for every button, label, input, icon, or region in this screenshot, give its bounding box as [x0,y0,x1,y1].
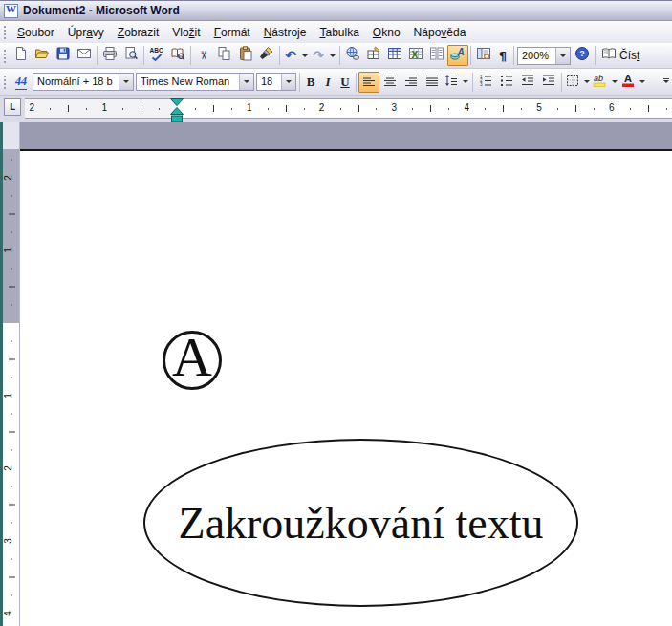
drawing-button[interactable]: A [447,45,468,66]
style-dropdown-button[interactable] [119,74,133,90]
redo-arrow-icon: ↷ [313,49,324,62]
border-dropdown-button[interactable] [581,72,592,93]
bullets-button[interactable] [496,72,517,93]
font-combo[interactable]: Times New Roman [136,73,254,91]
tables-and-borders-button[interactable] [363,45,384,66]
research-button[interactable] [167,45,188,66]
vertical-ruler[interactable]: 211234 [3,122,20,626]
chevron-down-icon [244,80,249,86]
redo-button[interactable]: ↷ [310,45,327,66]
cut-button[interactable]: ✂ [193,45,214,66]
menu-okno[interactable]: Okno [366,23,407,42]
v-ruler-mark [11,523,12,524]
menubar-grip-handle[interactable] [2,24,7,40]
font-color-dropdown-button[interactable] [637,72,647,93]
v-ruler-mark [11,232,12,233]
v-ruler-mark [9,214,15,215]
formatting-toolbar-grip-handle[interactable] [2,74,7,90]
align-right-button[interactable] [401,72,422,93]
word-app-icon[interactable]: W [4,4,18,18]
menu-zobrazit[interactable]: Zobrazit [111,23,165,42]
menu-nastroje[interactable]: Nástroje [257,23,314,42]
svg-text:A: A [457,47,465,57]
open-book-icon [601,46,617,65]
print-button[interactable] [99,45,120,66]
font-dropdown-button[interactable] [239,74,253,90]
menu-upravy[interactable]: Úpravy [61,23,111,42]
toolbar-options-button[interactable] [661,71,672,94]
cut-scissors-icon: ✂ [198,51,209,60]
format-painter-button[interactable] [256,45,277,66]
circle-shape-with-letter[interactable]: A [163,331,222,390]
bold-button[interactable]: B [302,72,319,93]
email-button[interactable] [74,45,95,66]
v-ruler-mark [11,160,12,161]
h-ruler-mark [286,105,287,112]
chevron-down-icon [663,80,669,86]
outside-border-button[interactable] [564,72,581,93]
document-page[interactable]: A Zakroužkování textu [20,151,672,626]
ellipse-shape-with-text[interactable]: Zakroužkování textu [143,439,578,607]
font-color-button[interactable]: A [619,72,637,93]
center-button[interactable] [379,72,401,93]
v-ruler-mark: 1 [3,248,13,253]
highlight-dropdown-button[interactable] [609,72,619,93]
spelling-button[interactable]: ABC [146,45,167,66]
columns-button[interactable] [426,45,447,66]
underline-button[interactable]: U [336,72,354,93]
insert-table-button[interactable] [384,45,405,66]
horizontal-ruler[interactable]: 21123456 [25,98,672,119]
print-preview-button[interactable] [120,45,141,66]
h-ruler-mark [448,108,449,110]
redo-dropdown-button[interactable] [327,45,337,66]
circled-letter: A [172,330,212,385]
toolbar-separator [561,73,562,92]
copy-button[interactable] [214,45,235,66]
menu-tabulka[interactable]: Tabulka [313,23,365,42]
standard-toolbar-grip-handle[interactable] [2,48,7,64]
save-button[interactable] [53,45,74,66]
new-document-button[interactable] [11,45,32,66]
insert-hyperlink-button[interactable] [342,45,363,66]
h-ruler-mark: 2 [30,102,35,113]
h-ruler-mark [122,108,123,110]
size-dropdown-button[interactable] [281,74,295,90]
toolbar-separator [356,73,357,92]
show-formatting-marks-button[interactable]: ¶ [494,45,511,66]
h-ruler-mark [485,108,486,110]
zoom-combo[interactable]: 200% [517,47,571,65]
tab-selector-button[interactable]: L [4,98,21,116]
undo-button[interactable]: ↶ [282,45,299,66]
style-combo[interactable]: Normální + 18 b [33,73,134,91]
menu-napoveda[interactable]: Nápověda [407,23,473,42]
numbering-button[interactable]: 123 [475,72,496,93]
styles-and-formatting-button[interactable]: 44 [11,72,32,93]
line-spacing-dropdown-button[interactable] [460,72,470,93]
underline-icon: U [340,75,349,90]
tables-and-borders-icon [366,46,381,65]
document-map-button[interactable] [473,45,494,66]
read-layout-button[interactable]: Číst [597,45,643,66]
h-ruler-mark: 1 [101,102,107,113]
toolbar-separator [513,46,514,65]
paste-button[interactable] [235,45,256,66]
menu-soubor[interactable]: Soubor [11,23,61,42]
undo-dropdown-button[interactable] [299,45,310,66]
highlight-button[interactable]: ab [592,72,609,93]
menu-format[interactable]: Formát [207,23,257,42]
line-spacing-button[interactable] [443,72,460,93]
zoom-dropdown-button[interactable] [555,48,570,64]
increase-indent-button[interactable] [538,72,559,93]
h-ruler-mark [159,108,160,110]
italic-button[interactable]: I [319,72,336,93]
new-document-icon [13,46,29,65]
justify-button[interactable] [422,72,443,93]
open-button[interactable] [32,45,53,66]
size-combo[interactable]: 18 [256,73,296,91]
menu-vlozit[interactable]: Vložit [165,23,206,42]
decrease-indent-button[interactable] [517,72,538,93]
align-left-button[interactable] [358,72,379,93]
help-button[interactable]: ? [572,45,593,66]
window-title: Dokument2 - Microsoft Word [23,4,180,17]
insert-excel-worksheet-button[interactable]: X [405,45,426,66]
